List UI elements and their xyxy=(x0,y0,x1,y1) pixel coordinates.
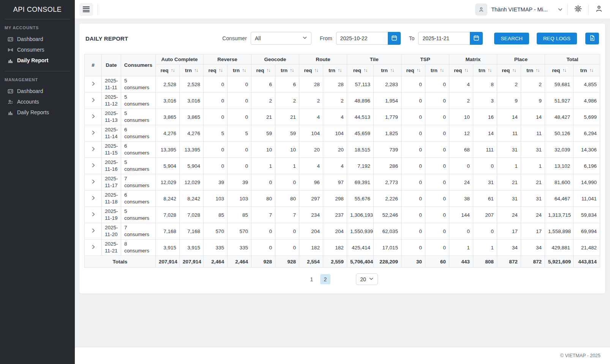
sort-column-req[interactable]: req↑↓ xyxy=(203,65,227,76)
expand-row-button[interactable] xyxy=(85,125,102,142)
value-cell: 570 xyxy=(203,223,227,240)
sidebar-toggle-button[interactable] xyxy=(79,3,93,16)
expand-row-button[interactable] xyxy=(85,191,102,207)
sort-column-trn[interactable]: trn↑↓ xyxy=(425,65,449,76)
header-row: #DateConsumersAuto CompleteReverseGeocod… xyxy=(85,54,600,65)
sidebar-item-consumers[interactable]: Consumers xyxy=(0,44,75,55)
expand-row-button[interactable] xyxy=(85,174,102,191)
sort-icon: ↑↓ xyxy=(171,68,175,73)
sort-icon: ↑↓ xyxy=(338,68,341,73)
value-cell: 3 xyxy=(473,93,497,109)
chevron-right-icon xyxy=(91,131,96,136)
value-cell: 6,196 xyxy=(574,158,600,174)
bar-chart-icon xyxy=(8,58,13,63)
value-cell: 0 xyxy=(425,93,449,109)
value-cell: 61 xyxy=(473,191,497,207)
profile-button[interactable] xyxy=(593,3,605,16)
expand-row-button[interactable] xyxy=(85,142,102,158)
chevron-right-icon xyxy=(91,98,96,104)
value-cell: 103 xyxy=(203,191,227,207)
page-size-select[interactable]: 20 xyxy=(356,273,378,285)
sort-column-trn[interactable]: trn↑↓ xyxy=(227,65,251,76)
settings-button[interactable] xyxy=(572,3,584,16)
date-cell: 2025-11-17 xyxy=(102,174,121,191)
sort-column-trn[interactable]: trn↑↓ xyxy=(179,65,203,76)
table-row: 2025-11-115 consumers2,5282,528006628285… xyxy=(85,76,600,93)
sidebar-item-label: Daily Reports xyxy=(17,109,49,115)
table-row: 2025-11-186 consumers8,2428,242103103808… xyxy=(85,191,600,207)
value-cell: 44,513 xyxy=(347,109,373,125)
sort-column-trn[interactable]: trn↑↓ xyxy=(521,65,545,76)
from-date-input[interactable]: 2025-10-22 xyxy=(336,32,388,45)
value-cell: 0 xyxy=(401,223,425,240)
sort-column-req[interactable]: req↑↓ xyxy=(156,65,180,76)
value-cell: 17,015 xyxy=(373,240,401,256)
value-cell: 237 xyxy=(323,207,347,223)
avatar xyxy=(475,3,487,16)
sort-column-req[interactable]: req↑↓ xyxy=(251,65,275,76)
sidebar-item-daily-report[interactable]: Daily Report xyxy=(0,55,75,66)
sort-column-req[interactable]: req↑↓ xyxy=(401,65,425,76)
page-button-2[interactable]: 2 xyxy=(320,274,330,284)
export-excel-button[interactable] xyxy=(585,33,599,44)
total-value-cell: 2,464 xyxy=(203,256,227,268)
value-cell: 739 xyxy=(373,142,401,158)
sidebar-item-mgmt-dashboard[interactable]: Dashboard xyxy=(0,86,75,96)
search-button[interactable]: SEARCH xyxy=(494,33,529,44)
expand-row-button[interactable] xyxy=(85,93,102,109)
value-cell: 48,427 xyxy=(545,109,574,125)
sort-column-req[interactable]: req↑↓ xyxy=(347,65,373,76)
chevron-right-icon xyxy=(91,180,96,185)
table-row: 2025-11-156 consumers13,39513,3950010102… xyxy=(85,142,600,158)
consumer-select[interactable]: All xyxy=(251,32,311,45)
sort-column-req[interactable]: req↑↓ xyxy=(545,65,574,76)
expand-row-button[interactable] xyxy=(85,223,102,240)
account-selector[interactable]: Thành VIETMAP - Mi... xyxy=(475,3,563,16)
value-cell: 3,915 xyxy=(156,240,180,256)
sidebar-item-daily-reports[interactable]: Daily Reports xyxy=(0,107,75,118)
from-calendar-button[interactable] xyxy=(388,32,401,45)
value-cell: 5,904 xyxy=(156,158,180,174)
expand-row-button[interactable] xyxy=(85,207,102,223)
group-header: Place xyxy=(497,54,545,65)
app-title: API CONSOLE xyxy=(0,0,75,19)
sort-column-req[interactable]: req↑↓ xyxy=(299,65,323,76)
value-cell: 0 xyxy=(203,158,227,174)
value-cell: 62,035 xyxy=(373,223,401,240)
value-cell: 0 xyxy=(473,158,497,174)
page-button-1[interactable]: 1 xyxy=(307,274,317,284)
value-cell: 0 xyxy=(425,174,449,191)
value-cell: 17 xyxy=(497,223,521,240)
value-cell: 0 xyxy=(449,223,473,240)
expand-row-button[interactable] xyxy=(85,109,102,125)
req-logs-button[interactable]: REQ LOGS xyxy=(537,33,577,44)
value-cell: 20 xyxy=(323,142,347,158)
value-cell: 51,927 xyxy=(545,93,574,109)
value-cell: 21 xyxy=(497,174,521,191)
expand-row-button[interactable] xyxy=(85,76,102,93)
expand-row-button[interactable] xyxy=(85,240,102,256)
sort-column-trn[interactable]: trn↑↓ xyxy=(323,65,347,76)
sort-column-req[interactable]: req↑↓ xyxy=(497,65,521,76)
sort-column-trn[interactable]: trn↑↓ xyxy=(275,65,299,76)
value-cell: 31 xyxy=(521,142,545,158)
total-value-cell: 207,914 xyxy=(179,256,203,268)
sort-icon: ↑↓ xyxy=(363,68,367,73)
sidebar-item-accounts[interactable]: Accounts xyxy=(0,96,75,107)
expand-row-button[interactable] xyxy=(85,158,102,174)
value-cell: 103 xyxy=(227,191,251,207)
value-cell: 111 xyxy=(473,142,497,158)
value-cell: 207 xyxy=(473,207,497,223)
sort-column-req[interactable]: req↑↓ xyxy=(449,65,473,76)
value-cell: 1 xyxy=(275,158,299,174)
to-calendar-button[interactable] xyxy=(470,32,483,45)
sort-column-trn[interactable]: trn↑↓ xyxy=(473,65,497,76)
value-cell: 335 xyxy=(203,240,227,256)
value-cell: 31 xyxy=(521,191,545,207)
value-cell: 1 xyxy=(473,240,497,256)
to-date-input[interactable]: 2025-11-21 xyxy=(418,32,470,45)
sidebar-item-dashboard[interactable]: Dashboard xyxy=(0,34,75,44)
sort-column-trn[interactable]: trn↑↓ xyxy=(574,65,600,76)
value-cell: 1,558,898 xyxy=(545,223,574,240)
sort-column-trn[interactable]: trn↑↓ xyxy=(373,65,401,76)
